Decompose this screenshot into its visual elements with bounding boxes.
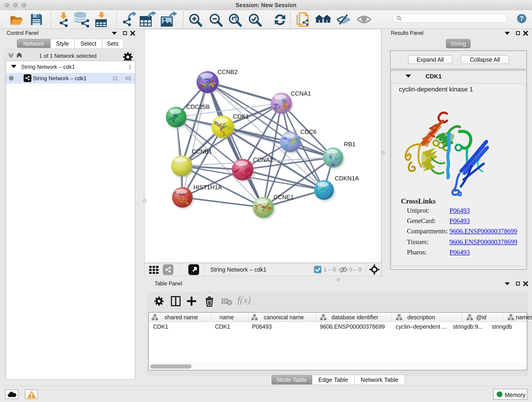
svg-text:CDK1: CDK1: [233, 113, 249, 120]
svg-text:CCNA2: CCNA2: [253, 156, 273, 163]
svg-text:RB1: RB1: [344, 141, 355, 148]
svg-text:CCNB2: CCNB2: [217, 69, 238, 75]
svg-text:CDKN1A: CDKN1A: [335, 175, 359, 182]
svg-text:CDC25B: CDC25B: [186, 103, 210, 110]
svg-text:CCNA1: CCNA1: [291, 90, 311, 97]
svg-text:CCNB1: CCNB1: [192, 148, 212, 155]
svg-text:CCNE1: CCNE1: [273, 194, 294, 201]
svg-text:HIST1H1A: HIST1H1A: [193, 184, 222, 191]
svg-text:CDC6: CDC6: [300, 128, 317, 135]
svg-text:?: ?: [520, 14, 524, 22]
